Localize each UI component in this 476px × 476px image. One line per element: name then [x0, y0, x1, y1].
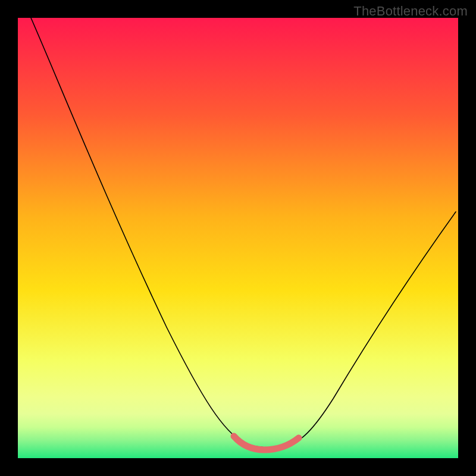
chart-frame: TheBottleneck.com — [0, 0, 476, 476]
gradient-backdrop — [18, 18, 458, 458]
plot-svg — [18, 18, 458, 458]
bottleneck-plot — [18, 18, 458, 458]
watermark-text: TheBottleneck.com — [353, 4, 468, 19]
